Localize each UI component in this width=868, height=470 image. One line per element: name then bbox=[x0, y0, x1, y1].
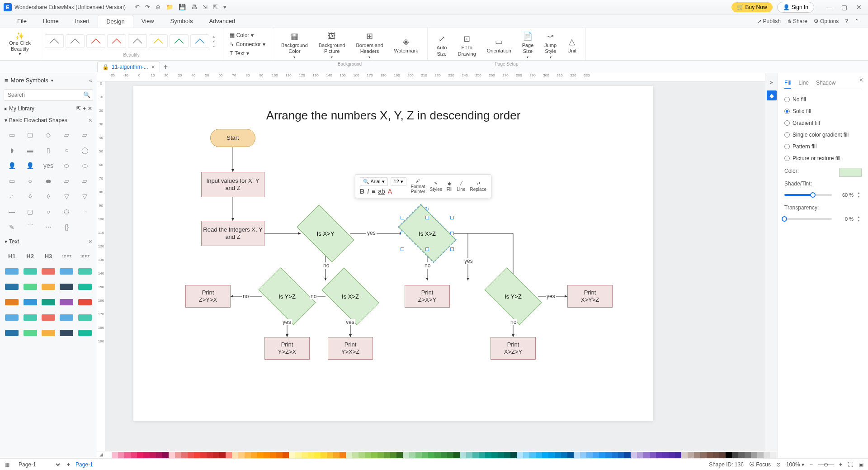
color-swatch-55[interactable] bbox=[453, 452, 460, 458]
color-swatch-38[interactable] bbox=[346, 452, 352, 458]
page-select[interactable]: Page-1 bbox=[15, 460, 61, 469]
color-swatch-89[interactable] bbox=[669, 452, 675, 458]
color-swatch-50[interactable] bbox=[422, 452, 428, 458]
shape-27[interactable]: ○ bbox=[40, 205, 57, 218]
text-preset-10[interactable] bbox=[4, 295, 20, 309]
color-swatch-20[interactable] bbox=[232, 452, 238, 458]
color-swatch-31[interactable] bbox=[302, 452, 308, 458]
text-preset-14[interactable] bbox=[77, 295, 93, 309]
color-swatch-67[interactable] bbox=[529, 452, 536, 458]
color-swatch-7[interactable] bbox=[150, 452, 156, 458]
styles-button[interactable]: ✎Styles bbox=[430, 181, 442, 192]
shape-18[interactable]: ▱ bbox=[58, 174, 75, 188]
text-preset-17[interactable] bbox=[40, 311, 57, 324]
color-dropdown[interactable]: ▦ Color ▾ bbox=[228, 31, 267, 39]
shape-30[interactable]: ✎ bbox=[4, 220, 20, 234]
color-swatch-47[interactable] bbox=[403, 452, 409, 458]
text-style-4[interactable]: 10 PT bbox=[77, 249, 93, 263]
fill-option-4[interactable]: Pattern fill bbox=[784, 141, 862, 152]
shape-25[interactable]: — bbox=[4, 205, 20, 218]
arrow-style-2[interactable] bbox=[86, 34, 105, 48]
color-swatch-79[interactable] bbox=[605, 452, 612, 458]
pages-icon[interactable]: ▥ bbox=[5, 461, 9, 468]
color-swatch-3[interactable] bbox=[124, 452, 131, 458]
publish-link[interactable]: ↗ Publish bbox=[757, 18, 781, 24]
color-swatch-100[interactable] bbox=[738, 452, 745, 458]
text-style-3[interactable]: 12 PT bbox=[58, 249, 75, 263]
share-link[interactable]: ⋔ Share bbox=[787, 18, 807, 24]
color-swatch-27[interactable] bbox=[276, 452, 283, 458]
color-swatch-86[interactable] bbox=[650, 452, 656, 458]
collapse-sidebar-icon[interactable]: « bbox=[89, 77, 92, 84]
shape-34[interactable] bbox=[77, 220, 93, 234]
menu-insert[interactable]: Insert bbox=[67, 15, 98, 27]
transparency-spinner[interactable]: ▲▼ bbox=[857, 215, 862, 222]
shape-12[interactable]: yes bbox=[40, 159, 57, 172]
color-swatch-74[interactable] bbox=[574, 452, 580, 458]
menu-file[interactable]: File bbox=[9, 15, 35, 27]
color-swatch-22[interactable] bbox=[245, 452, 251, 458]
shape-28[interactable]: ⬠ bbox=[58, 205, 75, 218]
color-swatch-65[interactable] bbox=[517, 452, 523, 458]
text-preset-22[interactable] bbox=[40, 326, 57, 340]
color-swatch-82[interactable] bbox=[624, 452, 631, 458]
shape-11[interactable]: 👤 bbox=[22, 159, 38, 172]
color-swatch-32[interactable] bbox=[308, 452, 314, 458]
close-library-icon[interactable]: ✕ bbox=[88, 105, 92, 112]
flowchart-shapes-section[interactable]: ▾Basic Flowchart Shapes ✕ bbox=[0, 114, 97, 126]
close-panel-icon[interactable]: ✕ bbox=[859, 77, 863, 83]
color-swatch-62[interactable] bbox=[498, 452, 504, 458]
print-zyx[interactable]: Print Z>Y>X bbox=[185, 285, 231, 308]
bold-icon[interactable]: B bbox=[360, 188, 364, 195]
color-swatch-25[interactable] bbox=[264, 452, 270, 458]
shape-8[interactable]: ○ bbox=[58, 143, 75, 157]
color-swatch-23[interactable] bbox=[251, 452, 257, 458]
shape-2[interactable]: ◇ bbox=[40, 128, 57, 142]
color-swatch-98[interactable] bbox=[726, 452, 732, 458]
text-preset-16[interactable] bbox=[22, 311, 38, 324]
color-swatch-60[interactable] bbox=[485, 452, 491, 458]
menu-symbols[interactable]: Symbols bbox=[162, 15, 201, 27]
one-click-beautify[interactable]: ✨ One Click Beautify ▾ bbox=[5, 30, 35, 58]
text-preset-0[interactable] bbox=[4, 265, 20, 278]
color-swatch-51[interactable] bbox=[428, 452, 434, 458]
color-swatch-2[interactable] bbox=[118, 452, 124, 458]
color-swatch-53[interactable] bbox=[441, 452, 447, 458]
shape-14[interactable]: ⬭ bbox=[77, 159, 93, 172]
fill-option-1[interactable]: Solid fill bbox=[784, 105, 862, 117]
color-swatch-66[interactable] bbox=[523, 452, 529, 458]
decision-xz-selected[interactable]: Is X>Z ↻ bbox=[402, 218, 452, 249]
export-library-icon[interactable]: ⇱ bbox=[76, 105, 81, 112]
fit-page-icon[interactable]: ▣ bbox=[859, 461, 863, 468]
bg-color-button[interactable]: ▦Background Color▾ bbox=[277, 30, 312, 62]
color-swatch-73[interactable] bbox=[567, 452, 574, 458]
color-swatch-15[interactable] bbox=[200, 452, 207, 458]
fill-option-2[interactable]: Gradient fill bbox=[784, 117, 862, 129]
fill-option-0[interactable]: No fill bbox=[784, 94, 862, 105]
color-swatch-6[interactable] bbox=[143, 452, 150, 458]
color-swatch-24[interactable] bbox=[257, 452, 264, 458]
shape-7[interactable]: ▯ bbox=[40, 143, 57, 157]
color-swatch-36[interactable] bbox=[333, 452, 340, 458]
text-preset-19[interactable] bbox=[77, 311, 93, 324]
zoom-value[interactable]: 100% ▾ bbox=[786, 461, 804, 468]
text-preset-18[interactable] bbox=[58, 311, 75, 324]
zoom-in-icon[interactable]: + bbox=[839, 461, 842, 468]
rotate-handle[interactable]: ↻ bbox=[425, 206, 429, 212]
menu-design[interactable]: Design bbox=[98, 15, 133, 28]
format-tab-fill[interactable]: Fill bbox=[784, 78, 791, 89]
font-select[interactable]: 🔍 Arial ▾ bbox=[360, 177, 388, 186]
search-input[interactable] bbox=[4, 89, 93, 101]
drawing-page[interactable]: Arrange the numbers X, Y, Z in descendin… bbox=[133, 86, 653, 421]
color-swatch-8[interactable] bbox=[156, 452, 162, 458]
zoom-out-icon[interactable]: − bbox=[810, 461, 813, 468]
text-preset-24[interactable] bbox=[77, 326, 93, 340]
shape-9[interactable]: ◯ bbox=[77, 143, 93, 157]
color-swatch-34[interactable] bbox=[321, 452, 327, 458]
fill-button[interactable]: ◆Fill bbox=[447, 181, 453, 192]
line-button[interactable]: ╱Line bbox=[457, 181, 466, 192]
search-icon[interactable]: 🔍 bbox=[83, 91, 90, 98]
color-swatch-84[interactable] bbox=[637, 452, 643, 458]
borders-button[interactable]: ⊞Borders and Headers▾ bbox=[352, 30, 388, 62]
arrow-style-6[interactable] bbox=[170, 34, 189, 48]
